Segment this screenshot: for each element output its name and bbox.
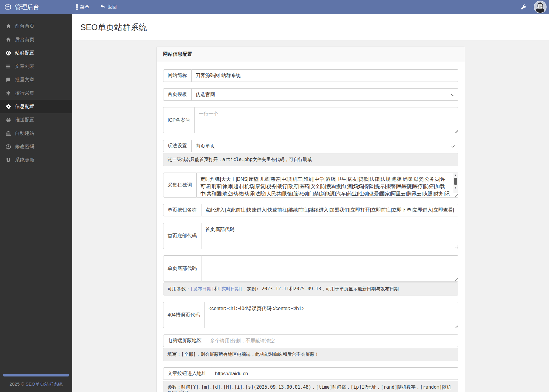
publish-date-param-link[interactable]: [发布日期] (191, 286, 214, 292)
sidebar-scroll-indicator[interactable] (3, 374, 69, 376)
home-footer-code-textarea[interactable]: 首页底部代码 (201, 223, 458, 249)
paw-icon (5, 117, 12, 122)
home-icon (5, 24, 12, 29)
scroll-down-icon[interactable]: ▼ (454, 186, 457, 190)
panel-title: 网站信息配置 (157, 47, 465, 62)
form-row-icp: ICP备案号 (163, 107, 458, 133)
brand-title: 管理后台 (15, 3, 39, 11)
home-template-select[interactable]: 伪造官网 (192, 88, 458, 101)
bank-icon (5, 131, 12, 136)
block-words-label: 采集拦截词 (163, 173, 197, 198)
sidebar-item-article-list[interactable]: 文章列表 (0, 60, 72, 73)
page-footer-code-help: 可用参数：[发布日期]和[实时日期]，实例: 2023-12-11和2025-0… (163, 282, 458, 296)
sidebar-footer: 2025 © SEO单页站群系统 (0, 374, 72, 392)
textarea-scrollbar[interactable]: ▲ ▼ (453, 173, 458, 193)
sidebar-menu: 前台首页 后台首页 站群配置 (0, 19, 72, 167)
form-row-article-button-url: 文章按钮进入地址 参数：时间[Y],[m],[d],[H],[i],[s](20… (163, 367, 458, 392)
wrench-icon[interactable] (521, 4, 526, 10)
vertical-dots-icon (76, 4, 78, 10)
back-button[interactable]: 返回 (100, 4, 117, 10)
scroll-thumb[interactable] (454, 178, 457, 185)
play-mode-help: 泛二级域名只能首页打开，article.php文件夹里有代码，可自行删减 (163, 153, 458, 166)
asterisk-icon (5, 91, 12, 96)
content-area: 网站信息配置 网站简称 首页模板 (72, 41, 549, 392)
form-row-404-code: 404错误页代码 <center><h1>404错误页代码</center></… (163, 302, 458, 328)
page-title: SEO单页站群系统 (72, 14, 549, 33)
pc-block-region-help: 填写：[全部]，则会屏蔽所有地区电脑端，此功能对蜘蛛和后台不会屏蔽！ (163, 348, 458, 361)
button-names-input[interactable] (201, 204, 458, 216)
article-button-url-label: 文章按钮进入地址 (163, 367, 211, 380)
form-row-block-words: 采集拦截词 定时炸弹|天天干|DNS|床垫|儿童|慈善|中职|机车|印刷|中学|… (163, 173, 458, 198)
avatar[interactable] (534, 1, 547, 13)
pc-block-region-input[interactable] (206, 334, 458, 347)
error-404-textarea[interactable]: <center><h1>404错误页代码</center></h1> (205, 302, 458, 328)
menu-button[interactable]: 菜单 (76, 4, 89, 10)
sidebar-item-front-home[interactable]: 前台首页 (0, 19, 72, 33)
book-icon (5, 77, 12, 82)
icp-label: ICP备案号 (163, 107, 195, 133)
magnet-icon (5, 158, 12, 163)
page-footer-code-label: 单页底部代码 (163, 255, 201, 282)
footer-link[interactable]: SEO单页站群系统 (26, 381, 63, 387)
sidebar-item-admin-home[interactable]: 后台首页 (0, 33, 72, 46)
article-button-url-help: 参数：时间[Y],[m],[d],[H],[i],[s](2025,09,13,… (163, 381, 458, 392)
topbar-right (521, 1, 549, 13)
play-mode-select[interactable]: 内页单页 (192, 140, 458, 152)
copyright: 2025 © SEO单页站群系统 (0, 381, 72, 389)
sidebar-item-system-update[interactable]: 系统更新 (0, 153, 72, 167)
button-names-label: 单页按钮名称 (163, 204, 201, 216)
sidebar-item-push-config[interactable]: 推送配置 (0, 113, 72, 127)
sidebar-item-batch-articles[interactable]: 批量文章 (0, 73, 72, 86)
home-icon (5, 37, 12, 42)
brand[interactable]: 管理后台 (0, 3, 72, 11)
gear-icon (5, 104, 12, 109)
play-mode-label: 玩法设置 (163, 140, 192, 152)
block-words-textarea[interactable]: 定时炸弹|天天干|DNS|床垫|儿童|慈善|中职|机车|印刷|中学|酒店|卫生|… (197, 173, 458, 198)
user-circle-icon (5, 144, 12, 149)
top-nav: 菜单 返回 (76, 4, 117, 10)
form-row-home-footer-code: 首页底部代码 首页底部代码 (163, 223, 458, 249)
site-name-label: 网站简称 (163, 69, 192, 82)
sidebar-item-auto-build[interactable]: 自动建站 (0, 127, 72, 140)
reply-arrow-icon (100, 4, 105, 10)
form-row-site-name: 网站简称 (163, 69, 458, 82)
panel-body: 网站简称 首页模板 伪造官网 (157, 62, 465, 392)
topbar: 管理后台 菜单 返回 (0, 0, 549, 14)
sidebar-item-info-config[interactable]: 信息配置 (0, 100, 72, 113)
sidebar-item-row-collect[interactable]: 按行采集 (0, 86, 72, 100)
form-row-button-names: 单页按钮名称 (163, 204, 458, 216)
sidebar-item-sitegroup-config[interactable]: 站群配置 (0, 46, 72, 60)
form-row-play-mode: 玩法设置 内页单页 泛二级域名只能首页打开，article.php文件夹里有代码… (163, 140, 458, 166)
form-row-home-template: 首页模板 伪造官网 (163, 88, 458, 101)
page-header: SEO单页站群系统 (72, 14, 549, 41)
realtime-date-param-link[interactable]: [实时日期] (219, 286, 243, 292)
article-button-url-input[interactable] (211, 367, 458, 380)
home-template-label: 首页模板 (163, 88, 192, 101)
sidebar-item-change-password[interactable]: 修改密码 (0, 140, 72, 153)
icp-textarea[interactable] (195, 107, 458, 133)
site-name-input[interactable] (192, 69, 458, 82)
main-content: SEO单页站群系统 网站信息配置 网站简称 首页模板 (72, 14, 549, 392)
form-row-pc-block-region: 电脑端屏蔽地区 填写：[全部]，则会屏蔽所有地区电脑端，此功能对蜘蛛和后台不会屏… (163, 334, 458, 361)
list-icon (5, 64, 12, 69)
error-404-label: 404错误页代码 (163, 302, 205, 328)
scroll-up-icon[interactable]: ▲ (454, 173, 457, 177)
chrome-icon (5, 51, 12, 56)
site-info-panel: 网站信息配置 网站简称 首页模板 (156, 47, 465, 392)
form-row-page-footer-code: 单页底部代码 可用参数：[发布日期]和[实时日期]，实例: 2023-12-11… (163, 255, 458, 296)
page-footer-code-textarea[interactable] (201, 255, 458, 282)
cube-icon (4, 3, 12, 11)
pc-block-region-label: 电脑端屏蔽地区 (163, 334, 206, 347)
sidebar: 前台首页 后台首页 站群配置 (0, 14, 72, 392)
home-footer-code-label: 首页底部代码 (163, 223, 201, 249)
